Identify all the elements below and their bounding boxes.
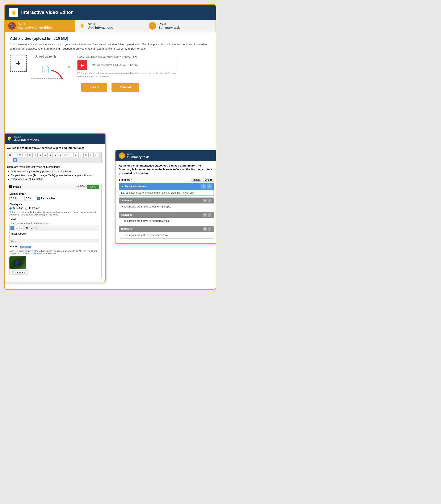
label-hint: Label displayed next to interaction icon…: [9, 222, 99, 224]
statement-settings-3[interactable]: ⚙: [203, 227, 207, 231]
metadata-badge[interactable]: Metadata: [20, 246, 32, 248]
time-start-input[interactable]: [9, 196, 21, 201]
summary-label: Summary *: [119, 178, 132, 181]
upload-dropzone[interactable]: 📄: [31, 60, 60, 79]
image-field-label: Image *: [9, 245, 18, 248]
add-box[interactable]: +: [10, 55, 27, 72]
statement-header-1: Statement ⚙ ⤢: [119, 198, 214, 204]
toolbar-btn-list3[interactable]: ≡: [48, 153, 53, 157]
insert-button[interactable]: Insert: [81, 83, 107, 92]
toolbar-btn-more[interactable]: …: [8, 158, 12, 162]
arrow-red-icon: [51, 69, 63, 80]
step2-card-icon: 💡: [7, 136, 12, 141]
toolbar-btn-box[interactable]: ⬜: [63, 153, 68, 157]
edit-icon: ✎: [12, 271, 14, 274]
toolbar-btn-expand[interactable]: ⬌: [78, 153, 83, 157]
statement-expand-1[interactable]: ⤢: [208, 199, 211, 203]
poster-option[interactable]: 🖼 Poster: [25, 207, 40, 210]
youtube-url-input[interactable]: [87, 60, 178, 70]
toolbar-btn-undo[interactable]: ↩: [88, 153, 93, 157]
panel-image-icon: 🖼: [9, 185, 12, 188]
step2-toolbar: B I ⊞ 🔗 🖼 T ≡ ≡ ≡ ≡ ≡ ⬜ ✂ ≡ ⬌ ⊕ ↩: [7, 152, 102, 163]
label-section: Label Label displayed next to interactio…: [9, 218, 99, 243]
toolbar-btn-scissors[interactable]: ✂: [68, 153, 73, 157]
statement-label-2: Statement: [121, 213, 133, 216]
cancel-button[interactable]: Cancel: [111, 83, 139, 92]
step2-tab[interactable]: ✋ Step 2 Add Interactions: [75, 20, 145, 32]
display-as-row: ↻ Button 🖼 Poster: [9, 207, 99, 210]
toolbar-btn-i[interactable]: I: [13, 153, 17, 157]
label-editor[interactable]: Blackcurrants: [9, 231, 99, 239]
svg-point-7: [15, 262, 16, 264]
toolbar-btn-star[interactable]: ☆: [94, 153, 98, 157]
pause-video-label: Pause video: [37, 197, 55, 200]
display-as-label: Display as: [9, 203, 99, 206]
toolbar-btn-add[interactable]: ⊕: [83, 153, 88, 157]
statement-header-2: Statement ⚙ ⤢: [119, 212, 214, 218]
toolbar-btn-image[interactable]: 🖼: [28, 153, 32, 157]
step3-check-icon: ✓: [119, 153, 125, 159]
toolbar-btn-b[interactable]: B: [8, 153, 12, 157]
remove-link[interactable]: Remove: [77, 185, 86, 189]
default-view-btn[interactable]: Default: [203, 178, 214, 182]
req-star: *: [25, 192, 26, 195]
toolbar-btn-active[interactable]: ⬜: [13, 158, 17, 162]
editor-footer: body p: [9, 239, 99, 243]
step2-name: Add Interactions: [88, 26, 113, 29]
time-end-input[interactable]: [24, 196, 36, 201]
textual-view-btn[interactable]: Textual: [191, 178, 202, 182]
or-text: or: [65, 65, 72, 69]
panel-body: Display time * - Pause video: [7, 190, 101, 279]
statement-text-3: Redcurrants are native to southern Asia.: [119, 232, 214, 238]
pause-video-checkbox[interactable]: [37, 197, 40, 200]
edit-image-button[interactable]: ✎ Edit image: [9, 270, 28, 275]
toolbar-btn-text[interactable]: T: [33, 153, 38, 157]
display-as-field: Display as ↻ Button 🖼 P: [9, 203, 99, 216]
button-option[interactable]: ↻ Button: [9, 207, 23, 210]
toolbar-btn-link[interactable]: 🔗: [23, 153, 28, 157]
toolbar-btn-list6[interactable]: ≡: [73, 153, 78, 157]
step3-tab[interactable]: ✓ Step 3 Summary task: [145, 20, 216, 32]
done-button[interactable]: Done: [87, 185, 99, 189]
toolbar-btn-list2[interactable]: ≡: [43, 153, 48, 157]
app-header: 🖐️ Interactive Video Editor: [5, 5, 216, 20]
statement-expand-2[interactable]: ⤢: [208, 213, 211, 217]
step2-card-body: We use the toolbar above the video clip …: [4, 144, 105, 282]
upload-middle: Upload video file 📄 or Paste YouTube lin…: [31, 55, 178, 79]
step1-icon: 🎬: [8, 22, 16, 30]
toolbar-btn-list5[interactable]: ≡: [58, 153, 63, 157]
interaction-list-item: Quiz interaction (Question), presented a…: [11, 170, 102, 173]
step3-body: At the end of an Interactive video, you …: [115, 161, 216, 243]
label-bold-btn[interactable]: B: [10, 226, 15, 230]
statement-settings-1[interactable]: ⚙: [203, 199, 207, 203]
toolbar-btn-list1[interactable]: ≡: [38, 153, 43, 157]
step3-label: Step 3: [158, 23, 180, 26]
step1-tab[interactable]: 🎬 Step 1 Interactive Video Editor: [5, 20, 75, 32]
step3-card-label: Step 3: [127, 153, 149, 155]
statement-settings-2[interactable]: ⚙: [203, 213, 207, 217]
label-align2-btn[interactable]: ≡: [19, 226, 24, 230]
image-preview-inner: [9, 256, 26, 269]
youtube-input-row: ▶: [77, 60, 178, 70]
interactions-list: Quiz interaction (Question), presented a…: [7, 170, 102, 181]
statement-label-3: Statement: [121, 228, 133, 231]
app-icon: 🖐️: [9, 8, 18, 17]
label-align1-btn[interactable]: ≡: [15, 226, 19, 230]
step2-card-label: Step 2: [14, 136, 39, 138]
ss-expand-btn[interactable]: ⤢: [207, 184, 212, 189]
step3-intro: At the end of an Interactive video, you …: [119, 164, 214, 175]
statement-expand-3[interactable]: ⤢: [208, 227, 211, 231]
ss-close-btn[interactable]: ✕: [201, 184, 206, 189]
play-button[interactable]: ▶: [78, 60, 87, 70]
install-link[interactable]: Install H5P: [28, 252, 39, 255]
toolbar-btn-list4[interactable]: ≡: [53, 153, 58, 157]
panel-header: 🖼 Image Remove Done: [7, 183, 101, 190]
label-style-select[interactable]: Normal: [24, 226, 38, 230]
toolbar-btn-table[interactable]: ⊞: [18, 153, 22, 157]
image-interaction-panel: 🖼 Image Remove Done Display time: [7, 183, 102, 279]
time-dash: -: [22, 197, 23, 200]
button-display-icon: ↻: [13, 207, 15, 210]
upload-file-area: Upload video file 📄: [31, 55, 60, 79]
youtube-area: Paste YouTube link or other video source…: [77, 55, 178, 78]
poster-option-label: Poster: [32, 207, 40, 210]
